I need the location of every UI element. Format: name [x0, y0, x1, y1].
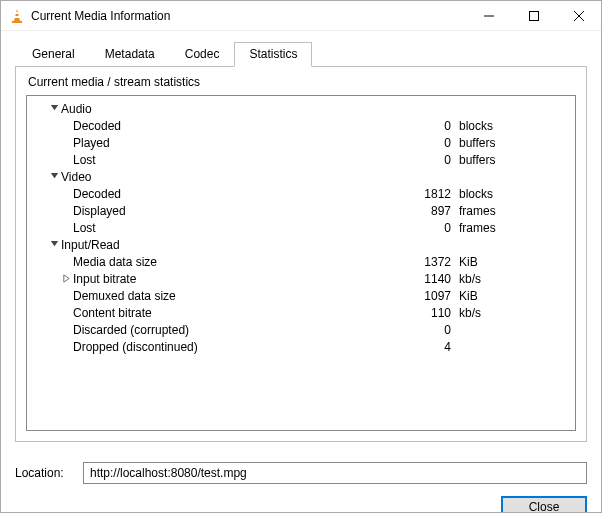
close-button[interactable]: Close [501, 496, 587, 513]
stat-video-decoded[interactable]: Decoded 1812 blocks [33, 185, 569, 202]
stat-unit: KiB [459, 289, 519, 303]
stat-label: Displayed [73, 204, 329, 218]
stat-audio-lost[interactable]: Lost 0 buffers [33, 151, 569, 168]
location-input[interactable] [83, 462, 587, 484]
stat-value: 1812 [329, 187, 459, 201]
stat-label: Decoded [73, 119, 329, 133]
close-window-button[interactable] [556, 1, 601, 31]
stat-audio-decoded[interactable]: Decoded 0 blocks [33, 117, 569, 134]
stat-unit: frames [459, 221, 519, 235]
stat-value: 110 [329, 306, 459, 320]
stat-unit: blocks [459, 187, 519, 201]
group-label: Video [61, 170, 317, 184]
stat-label: Lost [73, 153, 329, 167]
statistics-panel: Current media / stream statistics Audio … [15, 66, 587, 442]
stat-unit: frames [459, 204, 519, 218]
vlc-cone-icon [9, 8, 25, 24]
stat-dropped[interactable]: Dropped (discontinued) 4 [33, 338, 569, 355]
stat-value: 4 [329, 340, 459, 354]
chevron-down-icon[interactable] [47, 172, 61, 181]
svg-marker-0 [14, 9, 20, 21]
group-input-read[interactable]: Input/Read [33, 236, 569, 253]
statistics-tree[interactable]: Audio Decoded 0 blocks Played 0 buffers … [26, 95, 576, 431]
svg-marker-10 [50, 241, 57, 246]
group-video[interactable]: Video [33, 168, 569, 185]
stat-unit: buffers [459, 136, 519, 150]
stat-value: 0 [329, 136, 459, 150]
titlebar[interactable]: Current Media Information [1, 1, 601, 31]
svg-rect-3 [12, 21, 22, 23]
svg-rect-5 [529, 11, 538, 20]
chevron-down-icon[interactable] [47, 104, 61, 113]
stat-value: 1372 [329, 255, 459, 269]
panel-subtitle: Current media / stream statistics [28, 75, 576, 89]
chevron-right-icon[interactable] [60, 274, 73, 283]
minimize-button[interactable] [466, 1, 511, 31]
stat-video-lost[interactable]: Lost 0 frames [33, 219, 569, 236]
tab-metadata[interactable]: Metadata [90, 42, 170, 67]
stat-demuxed-data-size[interactable]: Demuxed data size 1097 KiB [33, 287, 569, 304]
svg-rect-2 [14, 16, 19, 18]
stat-value: 0 [329, 119, 459, 133]
svg-marker-8 [50, 105, 57, 110]
location-label: Location: [15, 466, 83, 480]
svg-marker-9 [50, 173, 57, 178]
stat-unit: blocks [459, 119, 519, 133]
stat-label: Played [73, 136, 329, 150]
stat-value: 0 [329, 153, 459, 167]
group-audio[interactable]: Audio [33, 100, 569, 117]
stat-unit: kb/s [459, 306, 519, 320]
stat-value: 0 [329, 323, 459, 337]
stat-label: Demuxed data size [73, 289, 329, 303]
stat-value: 897 [329, 204, 459, 218]
stat-label: Lost [73, 221, 329, 235]
stat-label: Media data size [73, 255, 329, 269]
stat-unit: KiB [459, 255, 519, 269]
stat-audio-played[interactable]: Played 0 buffers [33, 134, 569, 151]
stat-unit: buffers [459, 153, 519, 167]
stat-label: Input bitrate [73, 272, 329, 286]
group-label: Input/Read [61, 238, 317, 252]
tab-codec[interactable]: Codec [170, 42, 235, 67]
stat-label: Content bitrate [73, 306, 329, 320]
svg-rect-1 [15, 12, 19, 14]
maximize-button[interactable] [511, 1, 556, 31]
stat-value: 0 [329, 221, 459, 235]
group-label: Audio [61, 102, 317, 116]
stat-value: 1097 [329, 289, 459, 303]
chevron-down-icon[interactable] [47, 240, 61, 249]
stat-media-data-size[interactable]: Media data size 1372 KiB [33, 253, 569, 270]
tabstrip: General Metadata Codec Statistics [17, 41, 587, 66]
stat-unit: kb/s [459, 272, 519, 286]
stat-content-bitrate[interactable]: Content bitrate 110 kb/s [33, 304, 569, 321]
window-title: Current Media Information [31, 9, 170, 23]
stat-value: 1140 [329, 272, 459, 286]
stat-label: Discarded (corrupted) [73, 323, 329, 337]
stat-discarded[interactable]: Discarded (corrupted) 0 [33, 321, 569, 338]
stat-video-displayed[interactable]: Displayed 897 frames [33, 202, 569, 219]
tab-statistics[interactable]: Statistics [234, 42, 312, 67]
stat-label: Dropped (discontinued) [73, 340, 329, 354]
stat-input-bitrate[interactable]: Input bitrate 1140 kb/s [33, 270, 569, 287]
stat-label: Decoded [73, 187, 329, 201]
tab-general[interactable]: General [17, 42, 90, 67]
svg-marker-11 [64, 275, 69, 282]
